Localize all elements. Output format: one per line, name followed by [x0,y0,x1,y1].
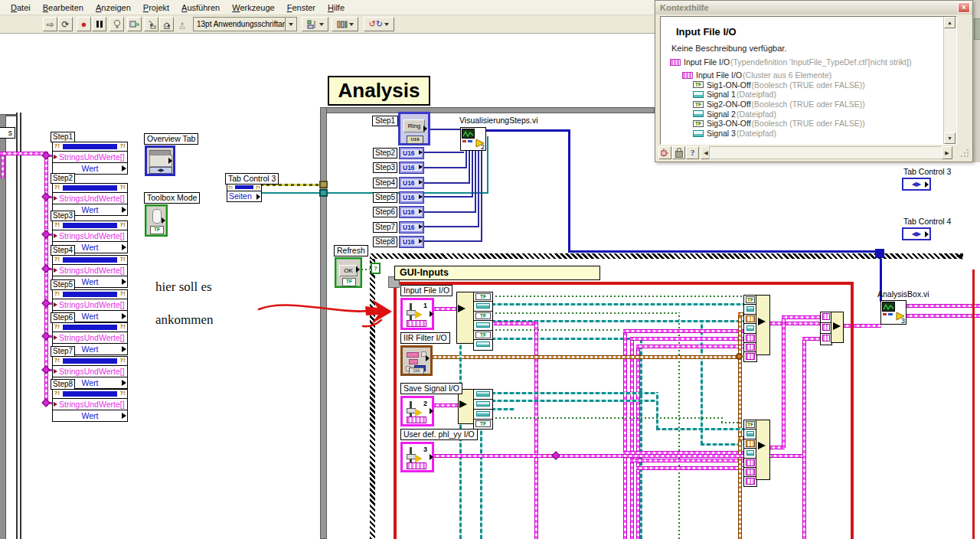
property-row-strings[interactable]: StringsUndWerte[] [53,399,127,410]
u16-step[interactable]: Step6 U16 [373,206,426,219]
run-button[interactable]: ⇨ [43,17,57,31]
tab-control4-right-label[interactable]: Tab Control 4 [903,217,951,226]
wire-array-thick[interactable] [485,129,570,132]
step-label[interactable]: Step6 [373,207,397,217]
scroll-up-button[interactable]: ▲ [944,17,956,28]
wire-u16[interactable] [424,152,464,153]
wire-u16[interactable] [424,211,476,213]
wire-u16[interactable] [472,151,473,197]
wire-path[interactable] [492,303,745,305]
property-row-strings[interactable]: StringsUndWerte[] [53,366,127,377]
step-over-button[interactable] [159,17,174,31]
wire-junction[interactable] [551,451,560,459]
tab-control3-terminal[interactable]: ◀▶ [902,178,931,191]
menu-item[interactable]: Werkzeuge [226,2,280,14]
wire-cluster[interactable] [630,337,634,539]
property-row-strings[interactable]: StringsUndWerte[] [53,152,127,163]
menu-item[interactable]: Hilfe [322,2,351,14]
menu-item[interactable]: Datei [5,2,37,14]
u16-step[interactable]: Step3 U16 [373,162,426,175]
menu-item[interactable]: Bearbeiten [37,2,90,14]
property-node-label[interactable]: Step8 [51,379,75,390]
wire-junction-blue[interactable] [875,249,884,258]
wire-u16[interactable] [424,196,473,198]
ring-step-label[interactable]: Step1 [372,116,398,126]
step-label[interactable]: Step7 [373,222,397,233]
wire-cluster[interactable] [433,307,456,311]
property-row-strings[interactable]: StringsUndWerte[] [53,230,127,242]
wire-u16[interactable] [475,151,476,212]
wire-bool[interactable] [492,296,745,297]
wire-junction[interactable] [41,192,50,201]
u16-step[interactable]: Step7 U16 [373,221,426,234]
step-label[interactable]: Step5 [373,192,397,203]
menu-item[interactable]: Anzeigen [90,2,137,14]
u16-terminal[interactable]: U16 [399,162,424,174]
wire-cluster[interactable] [906,304,980,308]
wire-path[interactable] [492,392,658,394]
toolbox-mode-terminal[interactable]: TF [145,204,168,237]
wire-cluster[interactable] [782,315,786,448]
bundle-node-2-out-col[interactable] [756,420,770,480]
run-continuous-button[interactable]: ⟳ [58,17,73,31]
ring-terminal[interactable]: Ring U16 [398,112,430,145]
scroll-right-button[interactable]: ▶ [942,146,952,159]
wire-junction[interactable] [41,398,50,407]
property-row-strings[interactable]: StringsUndWerte[] [53,265,127,276]
wire-cluster[interactable] [802,337,820,341]
unbundle-save-signal[interactable] [473,389,493,430]
wire-u16[interactable] [427,129,461,130]
wire-u16[interactable] [469,151,470,183]
step-out-button[interactable] [175,17,189,31]
red-loop-right-edge[interactable] [851,285,854,539]
property-node-label[interactable]: Step2 [51,173,75,184]
context-help-titlebar[interactable]: Kontexthilfe × [655,1,972,15]
wire-path[interactable] [459,341,462,539]
step-into-button[interactable] [144,17,158,31]
property-node-label[interactable]: Step7 [51,346,75,357]
property-row-wert[interactable]: Wert [53,163,127,174]
gui-inputs-title[interactable]: GUI-Inputs [394,266,600,280]
step-label[interactable]: Step2 [373,148,397,158]
property-node-body[interactable]: ?! ?! StringsUndWerte[] Wert [52,142,128,175]
step-label[interactable]: Step4 [373,178,397,188]
wire-cluster-brown[interactable] [738,312,742,539]
wire-junction-brown[interactable] [736,353,743,360]
help-vertical-scrollbar[interactable]: ▲ ▼ [943,17,956,144]
analysis-title[interactable]: Analysis [328,76,430,106]
wire-cluster[interactable] [769,322,820,325]
scrollbar-thumb[interactable] [974,18,980,40]
structure-double-line-1[interactable] [16,113,18,539]
iir-filter-label[interactable]: IIR Filter I/O [400,332,450,344]
wire-pink[interactable] [0,152,47,155]
property-row-strings[interactable]: StringsUndWerte[] [53,299,127,311]
u16-terminal[interactable]: U16 [399,236,424,248]
tab-control3-right-label[interactable]: Tab Control 3 [903,167,951,176]
detailed-help-button[interactable] [658,146,671,159]
wire-path[interactable] [492,408,514,410]
wire-cluster-brown[interactable] [432,355,741,359]
save-signal-label[interactable]: Save Signal I/O [400,383,462,394]
wire-bool[interactable] [721,422,745,423]
wire-cluster[interactable] [802,337,806,539]
wire-u16[interactable] [478,151,479,227]
u16-terminal[interactable]: U16 [399,191,424,204]
wire-path[interactable] [656,392,658,430]
analysisbox-vi-label[interactable]: AnalysisBox.vi [877,289,929,299]
wire-array-thick[interactable] [568,129,570,253]
overview-tab-terminal[interactable]: ◀▶ [145,145,175,176]
retain-wire-values-button[interactable] [127,17,142,31]
u16-step[interactable]: Step2 U16 [373,147,426,160]
u16-terminal[interactable]: U16 [399,147,424,159]
wire-cluster[interactable] [636,466,745,470]
property-node-label[interactable]: Step5 [51,279,75,290]
wire-cluster[interactable] [843,324,881,328]
wire-path[interactable] [656,428,745,430]
wire-pages[interactable] [487,136,488,194]
wire-cluster[interactable] [782,315,820,319]
wire-junction[interactable] [41,230,50,238]
wire-cluster[interactable] [433,403,458,407]
step-label[interactable]: Step8 [373,237,397,247]
pause-button[interactable] [92,17,106,31]
align-objects-button[interactable] [302,17,328,31]
